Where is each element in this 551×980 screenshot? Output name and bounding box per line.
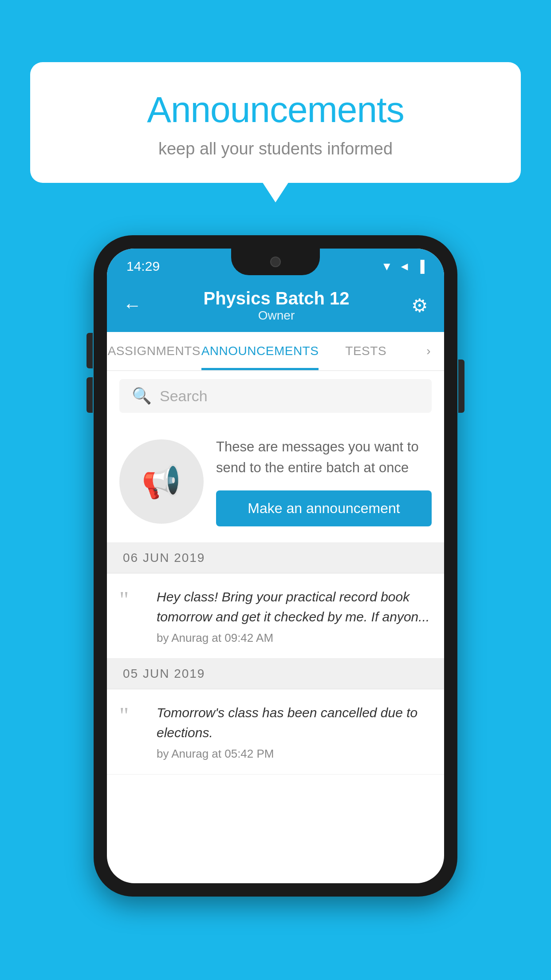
tab-assignments[interactable]: ASSIGNMENTS xyxy=(107,332,201,370)
signal-icon: ◄ xyxy=(399,260,410,273)
search-placeholder: Search xyxy=(160,387,208,405)
search-bar[interactable]: 🔍 Search xyxy=(119,379,432,413)
tab-tests[interactable]: TESTS xyxy=(319,332,413,370)
tabs-bar: ASSIGNMENTS ANNOUNCEMENTS TESTS › xyxy=(107,332,444,371)
announcement-content-1: Hey class! Bring your practical record b… xyxy=(157,587,432,645)
speech-bubble-subtitle: keep all your students informed xyxy=(52,139,499,158)
announcement-item-2[interactable]: " Tomorrow's class has been cancelled du… xyxy=(107,689,444,775)
back-button[interactable]: ← xyxy=(123,295,142,316)
announcement-text-2: Tomorrow's class has been cancelled due … xyxy=(157,703,432,743)
tab-more-button[interactable]: › xyxy=(413,332,444,370)
promo-description: These are messages you want to send to t… xyxy=(216,437,432,478)
quote-icon-2: " xyxy=(119,704,146,761)
wifi-icon: ▼ xyxy=(381,260,393,273)
make-announcement-button[interactable]: Make an announcement xyxy=(216,490,432,526)
batch-title: Physics Batch 12 xyxy=(203,288,349,308)
date-separator-1: 06 JUN 2019 xyxy=(107,543,444,573)
app-bar: ← Physics Batch 12 Owner ⚙ xyxy=(107,279,444,332)
status-time: 14:29 xyxy=(126,259,160,274)
speech-bubble: Announcements keep all your students inf… xyxy=(30,62,521,183)
announcement-text-1: Hey class! Bring your practical record b… xyxy=(157,587,432,627)
phone-mockup: 14:29 ▼ ◄ ▐ ← Physics Batch 12 Owner ⚙ xyxy=(94,235,457,897)
megaphone-icon: 📢 xyxy=(142,463,181,501)
promo-content: These are messages you want to send to t… xyxy=(216,437,432,526)
announcement-item-1[interactable]: " Hey class! Bring your practical record… xyxy=(107,573,444,659)
phone-notch xyxy=(231,249,320,275)
phone-screen: 14:29 ▼ ◄ ▐ ← Physics Batch 12 Owner ⚙ xyxy=(107,249,444,883)
tab-announcements[interactable]: ANNOUNCEMENTS xyxy=(201,332,319,370)
promo-card: 📢 These are messages you want to send to… xyxy=(107,421,444,543)
search-icon: 🔍 xyxy=(132,387,152,405)
batch-role: Owner xyxy=(203,308,349,323)
app-bar-center: Physics Batch 12 Owner xyxy=(203,288,349,323)
speech-bubble-title: Announcements xyxy=(52,89,499,130)
status-icons: ▼ ◄ ▐ xyxy=(381,260,425,273)
power-button[interactable] xyxy=(458,360,464,413)
volume-down-button[interactable] xyxy=(87,377,93,413)
speech-bubble-container: Announcements keep all your students inf… xyxy=(30,62,521,183)
front-camera xyxy=(270,257,281,267)
settings-button[interactable]: ⚙ xyxy=(411,295,428,316)
phone-outer: 14:29 ▼ ◄ ▐ ← Physics Batch 12 Owner ⚙ xyxy=(94,235,457,897)
megaphone-icon-circle: 📢 xyxy=(119,439,204,524)
announcement-content-2: Tomorrow's class has been cancelled due … xyxy=(157,703,432,761)
volume-up-button[interactable] xyxy=(87,333,93,368)
search-container: 🔍 Search xyxy=(107,371,444,421)
battery-icon: ▐ xyxy=(417,260,425,273)
quote-icon-1: " xyxy=(119,589,146,645)
announcement-meta-2: by Anurag at 05:42 PM xyxy=(157,747,432,761)
date-separator-2: 05 JUN 2019 xyxy=(107,659,444,689)
announcement-meta-1: by Anurag at 09:42 AM xyxy=(157,631,432,645)
